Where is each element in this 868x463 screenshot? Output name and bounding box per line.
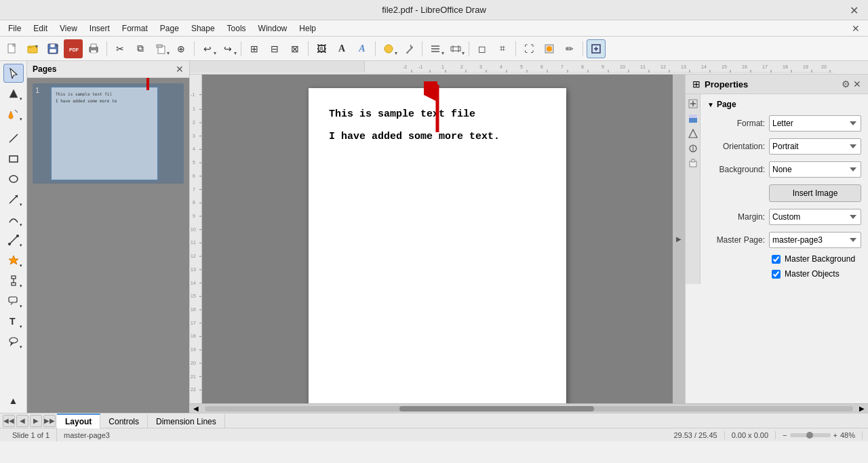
orientation-control[interactable]: Portrait Landscape xyxy=(769,138,861,155)
line-spacing-button[interactable]: ▾ xyxy=(426,39,445,58)
color-picker-strip[interactable] xyxy=(540,39,559,58)
tab-dimension-lines[interactable]: Dimension Lines xyxy=(148,414,225,428)
menu-help[interactable]: Help xyxy=(294,22,321,35)
clone-button[interactable]: ⊕ xyxy=(172,39,191,58)
curve-tool[interactable]: ▾ xyxy=(3,210,24,229)
save-button[interactable]: ▾ xyxy=(43,39,62,58)
master-page-select[interactable]: master-page3 master-page1 master-page2 xyxy=(769,232,861,248)
drawing-canvas[interactable]: This is sample text file I have added so… xyxy=(202,75,673,403)
master-background-checkbox[interactable] xyxy=(772,255,781,264)
menu-insert[interactable]: Insert xyxy=(84,22,115,35)
margin-select[interactable]: Custom Normal Narrow Wide xyxy=(769,209,861,225)
scroll-right-arrow[interactable]: ▶ xyxy=(673,75,685,403)
side-strip-btn-5[interactable] xyxy=(686,157,700,170)
connector-tool[interactable]: ▾ xyxy=(3,230,24,249)
export-pdf-button[interactable]: PDF xyxy=(64,39,83,58)
menu-shape[interactable]: Shape xyxy=(186,22,220,35)
shadow-button[interactable]: ◻ xyxy=(473,39,492,58)
menu-window[interactable]: Window xyxy=(253,22,293,35)
horizontal-scrollbar[interactable]: ◀ ▶ xyxy=(190,403,868,413)
navigator-button[interactable]: ⛶ xyxy=(519,39,538,58)
menu-format[interactable]: Format xyxy=(117,22,153,35)
new-button[interactable] xyxy=(3,39,22,58)
line-color-tool[interactable]: ▾ xyxy=(3,84,24,103)
redo-button[interactable]: ↪ ▾ xyxy=(218,39,237,58)
scroll-left-btn[interactable]: ◀ xyxy=(190,405,202,412)
crop-button[interactable]: ⌗ xyxy=(493,39,512,58)
page-section-header[interactable]: ▼ Page xyxy=(701,97,868,112)
zoom-out-btn[interactable]: − xyxy=(783,431,787,439)
main-layout: ▾ ▾ ▾ ▾ ▾ xyxy=(0,61,868,413)
window-close-button[interactable]: ✕ xyxy=(846,2,863,18)
properties-close-button[interactable]: ✕ xyxy=(853,79,861,89)
speech-bubble-tool[interactable]: ▾ xyxy=(3,332,24,351)
callout-tool[interactable]: ▾ xyxy=(3,291,24,310)
tab-layout[interactable]: Layout xyxy=(57,414,100,428)
grid-button[interactable]: ⊞ xyxy=(245,39,264,58)
zoom-in-btn[interactable]: + xyxy=(833,431,837,439)
tab-nav-next[interactable]: ▶ xyxy=(30,415,42,427)
snap-grid-button[interactable]: ⊟ xyxy=(265,39,284,58)
zoom-level[interactable]: 48% xyxy=(840,431,855,439)
menu-view[interactable]: View xyxy=(54,22,83,35)
margin-control[interactable]: Custom Normal Narrow Wide xyxy=(769,209,861,225)
snap-object-button[interactable]: ⊠ xyxy=(285,39,304,58)
edit-mode-button[interactable] xyxy=(587,39,606,58)
insert-image-button[interactable]: Insert Image xyxy=(769,184,861,202)
toolbox-collapse[interactable]: ▲ xyxy=(3,391,24,410)
separator-4 xyxy=(308,41,309,56)
spray-button[interactable]: ▾ xyxy=(379,39,398,58)
format-select[interactable]: Letter A4 A3 Legal xyxy=(769,115,861,132)
line-tool[interactable] xyxy=(3,129,24,148)
undo-button[interactable]: ↩ ▾ xyxy=(198,39,217,58)
paste-button[interactable]: ▾ xyxy=(151,39,170,58)
svg-text:7: 7 xyxy=(561,64,564,69)
open-button[interactable]: ▾ xyxy=(23,39,42,58)
scroll-thumb[interactable] xyxy=(399,406,594,411)
tab-controls[interactable]: Controls xyxy=(100,414,148,428)
menu-file[interactable]: File xyxy=(3,22,26,35)
orientation-select[interactable]: Portrait Landscape xyxy=(769,138,861,155)
arrow-tool[interactable]: ▾ xyxy=(3,190,24,209)
scroll-right-end-btn[interactable]: ▶ xyxy=(856,405,868,412)
side-strip-btn-1[interactable] xyxy=(686,97,700,110)
insert-image-control[interactable]: Insert Image xyxy=(769,184,861,202)
flowchart-tool[interactable]: ▾ xyxy=(3,271,24,290)
side-strip-btn-3[interactable] xyxy=(686,127,700,140)
format-control[interactable]: Letter A4 A3 Legal xyxy=(769,115,861,132)
side-strip-btn-2[interactable] xyxy=(686,112,700,125)
ellipse-tool[interactable] xyxy=(3,169,24,188)
zoom-slider[interactable] xyxy=(790,433,831,437)
pages-close-button[interactable]: ✕ xyxy=(176,64,184,75)
tab-nav-prev[interactable]: ◀ xyxy=(16,415,28,427)
fill-color-tool[interactable]: ▾ xyxy=(3,104,24,123)
select-tool[interactable] xyxy=(3,64,24,83)
eyedropper-button[interactable] xyxy=(399,39,418,58)
scroll-track[interactable] xyxy=(205,406,853,411)
document-close-button[interactable]: ✕ xyxy=(846,23,865,34)
text-tool[interactable]: T ▾ xyxy=(3,312,24,331)
separator-5 xyxy=(375,41,376,56)
insert-image-button[interactable]: 🖼 xyxy=(312,39,331,58)
background-select[interactable]: None Color Gradient Pattern xyxy=(769,161,861,178)
copy-button[interactable]: ⧉ xyxy=(131,39,150,58)
tab-nav-last[interactable]: ▶▶ xyxy=(43,415,56,427)
insert-textbox-button[interactable]: A xyxy=(332,39,351,58)
fontwork-button[interactable]: A xyxy=(353,39,372,58)
shapes-tool[interactable]: ▾ xyxy=(3,251,24,270)
side-strip-btn-4[interactable] xyxy=(686,142,700,155)
page-1-thumbnail[interactable]: 1 This is sample text fil I have added s… xyxy=(33,83,184,184)
tab-nav-first[interactable]: ◀◀ xyxy=(3,415,15,427)
rectangle-tool[interactable] xyxy=(3,149,24,168)
pencil-tool[interactable]: ✏ xyxy=(560,39,579,58)
master-objects-checkbox[interactable] xyxy=(772,270,781,279)
cut-button[interactable]: ✂ xyxy=(111,39,130,58)
master-page-control[interactable]: master-page3 master-page1 master-page2 xyxy=(769,232,861,248)
print-button[interactable] xyxy=(84,39,103,58)
properties-settings-icon[interactable]: ⚙ xyxy=(842,79,850,89)
menu-edit[interactable]: Edit xyxy=(28,22,53,35)
menu-tools[interactable]: Tools xyxy=(222,22,252,35)
background-control[interactable]: None Color Gradient Pattern xyxy=(769,161,861,178)
char-spacing-button[interactable]: ▾ xyxy=(446,39,465,58)
menu-page[interactable]: Page xyxy=(155,22,184,35)
